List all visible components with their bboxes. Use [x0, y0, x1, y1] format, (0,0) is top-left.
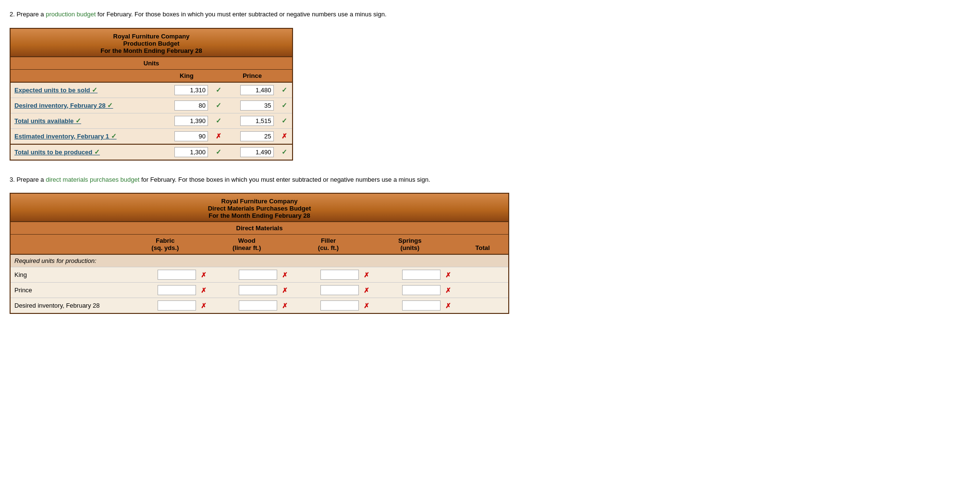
prod-king-input[interactable] — [174, 131, 208, 141]
dm-fabric-cell[interactable] — [131, 267, 200, 283]
filler-col-header: Filler (cu. ft.) — [294, 235, 363, 255]
prod-prince-check: ✓ — [278, 82, 293, 98]
prod-prince-input[interactable] — [240, 100, 274, 111]
dm-row-label: Prince — [10, 283, 131, 298]
dm-filler-input[interactable] — [320, 285, 359, 295]
prod-king-input[interactable] — [174, 85, 208, 95]
prod-king-input[interactable] — [174, 147, 208, 157]
dm-title: Royal Furniture Company Direct Materials… — [10, 193, 509, 222]
prod-row-label: Desired inventory, February 28 ✓ — [10, 98, 161, 113]
prod-prince-check: ✓ — [278, 113, 293, 128]
prod-king-input-cell[interactable] — [161, 113, 212, 128]
dm-data-row: Desired inventory, February 28 ✗ ✗ ✗ ✗ — [10, 298, 509, 314]
prod-row-label: Estimated inventory, February 1 ✓ — [10, 128, 161, 144]
dm-fabric-input[interactable] — [158, 300, 196, 311]
prod-prince-input[interactable] — [240, 116, 274, 126]
prod-prince-input[interactable] — [240, 131, 274, 141]
prod-row-label: Total units available ✓ — [10, 113, 161, 128]
prod-label-text: Total units to be produced — [14, 149, 92, 156]
dm-fabric-check: ✗ — [200, 267, 212, 283]
dm-budget-link[interactable]: direct materials purchases budget — [46, 176, 139, 183]
dm-filler-cell[interactable] — [294, 267, 363, 283]
prod-king-input-cell[interactable] — [161, 128, 212, 144]
prod-king-input-cell[interactable] — [161, 98, 212, 113]
dm-wood-check: ✗ — [281, 267, 294, 283]
production-budget-link[interactable]: production budget — [46, 11, 96, 18]
dm-wood-cell[interactable] — [212, 298, 282, 314]
dm-total-cell — [457, 267, 509, 283]
wood-check-col — [281, 235, 294, 255]
question3-text: 3. Prepare a direct materials purchases … — [10, 175, 970, 185]
prod-king-check: ✓ — [212, 113, 227, 128]
springs-check-col — [444, 235, 457, 255]
total-col-header: Total — [457, 235, 509, 255]
dm-filler-input[interactable] — [320, 300, 359, 311]
springs-x-icon: ✗ — [445, 287, 451, 294]
label-checkmark: ✓ — [111, 132, 117, 140]
prod-prince-input-cell[interactable] — [227, 98, 278, 113]
dm-wood-cell[interactable] — [212, 267, 282, 283]
prod-prince-input-cell[interactable] — [227, 113, 278, 128]
dm-header: Direct Materials — [10, 222, 509, 235]
prod-prince-input[interactable] — [240, 85, 274, 95]
dm-wood-check: ✗ — [281, 283, 294, 298]
filler-check-col — [363, 235, 375, 255]
dm-section-label: Required units for production: — [10, 254, 509, 267]
filler-x-icon: ✗ — [364, 287, 369, 294]
dm-data-row: King ✗ ✗ ✗ ✗ — [10, 267, 509, 283]
fabric-col-header: Fabric (sq. yds.) — [131, 235, 200, 255]
prod-king-check: ✗ — [212, 128, 227, 144]
dm-section-label-row: Required units for production: — [10, 254, 509, 267]
prod-label-text: Expected units to be sold — [14, 87, 90, 94]
dm-filler-input[interactable] — [320, 270, 359, 280]
prod-row: Expected units to be sold ✓ ✓ ✓ — [10, 82, 293, 98]
dm-springs-input[interactable] — [402, 285, 441, 295]
dm-springs-check: ✗ — [444, 298, 457, 314]
king-col-header: King — [161, 69, 212, 82]
prod-king-check: ✓ — [212, 98, 227, 113]
dm-wood-input[interactable] — [239, 270, 277, 280]
dm-springs-cell[interactable] — [376, 283, 445, 298]
prod-row-label: Expected units to be sold ✓ — [10, 82, 161, 98]
question2-text: 2. Prepare a production budget for Febru… — [10, 10, 970, 19]
prod-row: Total units to be produced ✓ ✓ ✓ — [10, 144, 293, 160]
dm-springs-cell[interactable] — [376, 298, 445, 314]
dm-filler-check: ✗ — [363, 298, 375, 314]
prod-king-check: ✓ — [212, 144, 227, 160]
dm-row-label: Desired inventory, February 28 — [10, 298, 131, 314]
prod-king-input-cell[interactable] — [161, 82, 212, 98]
prod-prince-input-cell[interactable] — [227, 82, 278, 98]
prod-prince-input-cell[interactable] — [227, 128, 278, 144]
dm-wood-input[interactable] — [239, 300, 277, 311]
dm-springs-input[interactable] — [402, 270, 441, 280]
dm-wood-input[interactable] — [239, 285, 277, 295]
dm-fabric-input[interactable] — [158, 285, 196, 295]
prod-label-text: Estimated inventory, February 1 — [14, 133, 109, 140]
dm-filler-cell[interactable] — [294, 283, 363, 298]
fabric-x-icon: ✗ — [201, 302, 207, 310]
prod-prince-input-cell[interactable] — [227, 144, 278, 160]
filler-x-icon: ✗ — [364, 302, 369, 310]
prod-prince-input[interactable] — [240, 147, 274, 157]
prod-king-input[interactable] — [174, 100, 208, 111]
dm-filler-cell[interactable] — [294, 298, 363, 314]
dm-total-cell — [457, 283, 509, 298]
dm-springs-cell[interactable] — [376, 267, 445, 283]
springs-col-header: Springs (units) — [376, 235, 445, 255]
dm-fabric-check: ✗ — [200, 298, 212, 314]
dm-filler-check: ✗ — [363, 267, 375, 283]
prod-row: Estimated inventory, February 1 ✓ ✗ ✗ — [10, 128, 293, 144]
dm-budget-table: Royal Furniture Company Direct Materials… — [10, 193, 970, 314]
dm-fabric-cell[interactable] — [131, 283, 200, 298]
dm-row-label: King — [10, 267, 131, 283]
dm-springs-check: ✗ — [444, 267, 457, 283]
label-checkmark: ✓ — [75, 117, 81, 125]
dm-fabric-input[interactable] — [158, 270, 196, 280]
prod-row: Total units available ✓ ✓ ✓ — [10, 113, 293, 128]
prod-row: Desired inventory, February 28 ✓ ✓ ✓ — [10, 98, 293, 113]
prod-king-input[interactable] — [174, 116, 208, 126]
dm-wood-cell[interactable] — [212, 283, 282, 298]
dm-springs-input[interactable] — [402, 300, 441, 311]
prod-king-input-cell[interactable] — [161, 144, 212, 160]
dm-fabric-cell[interactable] — [131, 298, 200, 314]
